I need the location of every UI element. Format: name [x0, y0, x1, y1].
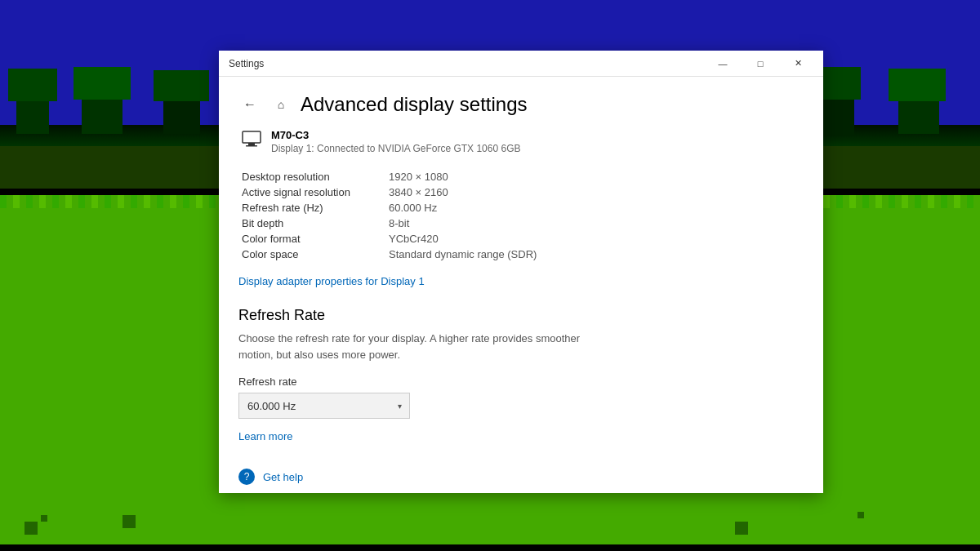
learn-more-link[interactable]: Learn more	[238, 430, 292, 442]
display-info-row: Active signal resolution 3840 × 2160	[242, 186, 804, 198]
bottom-link-text: Get help	[263, 471, 303, 483]
info-value: 3840 × 2160	[389, 186, 448, 198]
refresh-rate-title: Refresh Rate	[238, 307, 804, 324]
refresh-rate-field-label: Refresh rate	[238, 375, 804, 388]
refresh-rate-dropdown[interactable]: 60.000 Hz	[238, 393, 410, 419]
info-label: Color format	[242, 233, 389, 245]
display-info-table: Desktop resolution 1920 × 1080 Active si…	[238, 171, 804, 260]
titlebar-controls: — □ ✕	[704, 51, 817, 77]
info-value: YCbCr420	[389, 233, 439, 245]
titlebar: Settings — □ ✕	[219, 51, 823, 77]
display-info-row: Bit depth 8-bit	[242, 217, 804, 229]
bottom-links: ? Get help ✎ Give feedback	[238, 469, 804, 493]
svg-rect-2	[246, 145, 257, 147]
display-info-row: Desktop resolution 1920 × 1080	[242, 171, 804, 183]
bottom-strip	[0, 544, 980, 551]
ground-px4	[735, 522, 748, 535]
page-header: ← ⌂ Advanced display settings	[238, 93, 804, 116]
refresh-rate-dropdown-wrapper: 60.000 Hz ▾	[238, 393, 410, 419]
refresh-rate-section: Refresh Rate Choose the refresh rate for…	[238, 307, 804, 462]
info-value: Standard dynamic range (SDR)	[389, 248, 537, 260]
info-label: Refresh rate (Hz)	[242, 202, 389, 214]
settings-window: Settings — □ ✕ ← ⌂ Advanced display sett…	[219, 51, 823, 493]
info-label: Color space	[242, 248, 389, 260]
info-value: 8-bit	[389, 217, 409, 229]
monitor-name: M70-C3	[271, 129, 520, 141]
info-value: 1920 × 1080	[389, 171, 448, 183]
bottom-link-item[interactable]: ? Get help	[238, 469, 804, 485]
monitor-section: M70-C3 Display 1: Connected to NVIDIA Ge…	[238, 129, 804, 154]
svg-rect-1	[248, 143, 255, 145]
monitor-subtitle: Display 1: Connected to NVIDIA GeForce G…	[271, 143, 520, 154]
info-value: 60.000 Hz	[389, 202, 437, 214]
ground-px3	[122, 515, 136, 528]
minimize-button[interactable]: —	[704, 51, 742, 77]
display-info-row: Color space Standard dynamic range (SDR)	[242, 248, 804, 260]
ground-px1	[24, 522, 38, 535]
display-info-row: Color format YCbCr420	[242, 233, 804, 245]
page-title: Advanced display settings	[301, 93, 528, 116]
ground-px2	[41, 515, 47, 522]
monitor-info: M70-C3 Display 1: Connected to NVIDIA Ge…	[271, 129, 520, 154]
back-button[interactable]: ←	[238, 93, 261, 116]
settings-content: ← ⌂ Advanced display settings M70-C3 Dis…	[219, 77, 823, 493]
display-info-row: Refresh rate (Hz) 60.000 Hz	[242, 202, 804, 214]
ground-px5	[858, 512, 864, 518]
bottom-link-icon: ?	[238, 469, 255, 485]
info-label: Active signal resolution	[242, 186, 389, 198]
svg-rect-0	[243, 131, 261, 143]
home-icon: ⌂	[278, 98, 284, 111]
close-button[interactable]: ✕	[779, 51, 817, 77]
refresh-rate-desc: Choose the refresh rate for your display…	[238, 331, 581, 362]
info-label: Desktop resolution	[242, 171, 389, 183]
monitor-icon	[242, 131, 261, 153]
titlebar-title: Settings	[229, 58, 264, 69]
adapter-link[interactable]: Display adapter properties for Display 1	[238, 275, 425, 287]
home-button[interactable]: ⌂	[271, 95, 291, 114]
titlebar-left: Settings	[229, 58, 264, 69]
back-arrow-icon: ←	[243, 97, 256, 112]
info-label: Bit depth	[242, 217, 389, 229]
maximize-button[interactable]: □	[742, 51, 779, 77]
